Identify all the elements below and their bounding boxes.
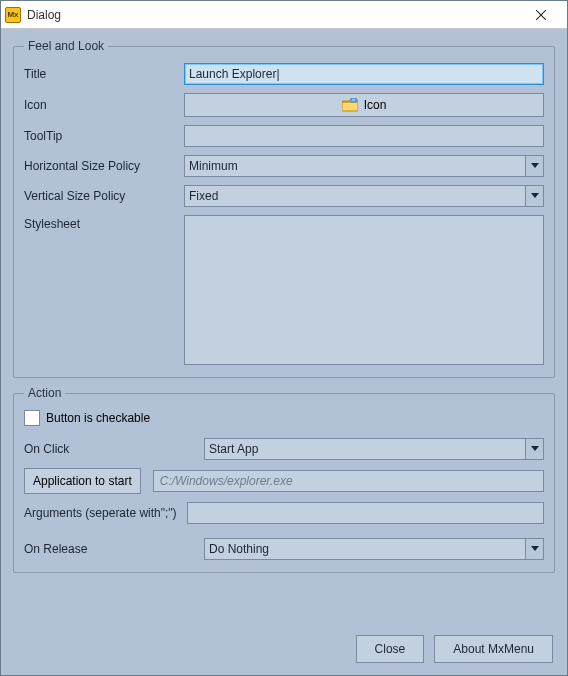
close-button[interactable]: Close — [356, 635, 425, 663]
window-close-button[interactable] — [519, 5, 563, 25]
title-label: Title — [24, 67, 184, 81]
action-legend: Action — [24, 386, 65, 400]
action-group: Action Button is checkable On Click Star… — [13, 386, 555, 573]
dialog-window: Mx Dialog Feel and Look Title Launch Exp… — [0, 0, 568, 676]
tooltip-input[interactable] — [184, 125, 544, 147]
svg-rect-3 — [351, 98, 356, 102]
arguments-input[interactable] — [187, 502, 544, 524]
stylesheet-textarea[interactable] — [184, 215, 544, 365]
spacer — [13, 581, 555, 623]
footer: Close About MxMenu — [13, 631, 555, 665]
tooltip-label: ToolTip — [24, 129, 184, 143]
stylesheet-label: Stylesheet — [24, 215, 184, 231]
about-button[interactable]: About MxMenu — [434, 635, 553, 663]
checkable-label: Button is checkable — [46, 411, 150, 425]
app-icon: Mx — [5, 7, 21, 23]
feel-and-look-group: Feel and Look Title Launch Explorer| Ico… — [13, 39, 555, 378]
icon-label: Icon — [24, 98, 184, 112]
chevron-down-icon — [525, 156, 543, 176]
hpolicy-label: Horizontal Size Policy — [24, 159, 184, 173]
vpolicy-label: Vertical Size Policy — [24, 189, 184, 203]
checkable-checkbox[interactable] — [24, 410, 40, 426]
close-icon — [536, 10, 546, 20]
content-area: Feel and Look Title Launch Explorer| Ico… — [1, 29, 567, 675]
folder-icon — [342, 98, 358, 112]
text-caret: | — [276, 67, 279, 81]
title-input[interactable]: Launch Explorer| — [184, 63, 544, 85]
window-title: Dialog — [27, 8, 519, 22]
icon-picker-button[interactable]: Icon — [184, 93, 544, 117]
feel-and-look-legend: Feel and Look — [24, 39, 108, 53]
onrelease-select[interactable]: Do Nothing — [204, 538, 544, 560]
chevron-down-icon — [525, 186, 543, 206]
onrelease-label: On Release — [24, 542, 204, 556]
vpolicy-select[interactable]: Fixed — [184, 185, 544, 207]
icon-button-label: Icon — [364, 98, 387, 112]
application-path-input[interactable]: C:/Windows/explorer.exe — [153, 470, 544, 492]
onclick-label: On Click — [24, 442, 204, 456]
arguments-label: Arguments (seperate with";") — [24, 506, 177, 520]
chevron-down-icon — [525, 439, 543, 459]
onclick-select[interactable]: Start App — [204, 438, 544, 460]
hpolicy-select[interactable]: Minimum — [184, 155, 544, 177]
application-to-start-button[interactable]: Application to start — [24, 468, 141, 494]
chevron-down-icon — [525, 539, 543, 559]
titlebar: Mx Dialog — [1, 1, 567, 29]
